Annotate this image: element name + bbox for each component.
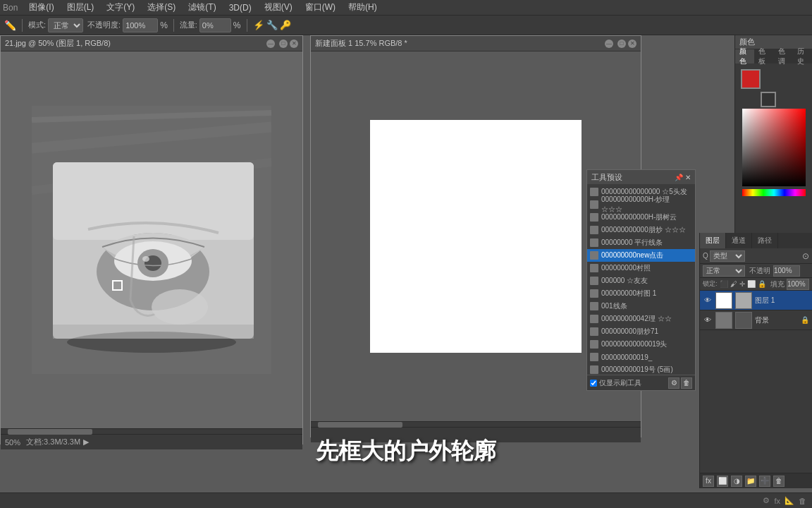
tool-row-6[interactable]: 000000000村照 [587, 262, 695, 274]
foreground-color-swatch[interactable] [741, 69, 761, 89]
layers-tab-channels[interactable]: 通道 [726, 233, 752, 248]
menu-help[interactable]: 帮助(H) [343, 0, 383, 15]
doc1-titlebar[interactable]: 21.jpg @ 50% (图层 1, RGB/8) — □ ✕ [1, 36, 302, 52]
tool-row-7[interactable]: 000000 ☆友友 [587, 274, 695, 287]
opacity-value-input[interactable] [773, 265, 800, 277]
color-tab-swatch[interactable]: 色板 [754, 49, 773, 64]
menu-view[interactable]: 视图(V) [259, 0, 298, 15]
menu-select[interactable]: 选择(S) [142, 0, 181, 15]
tool-row-1[interactable]: 000000000000H-炒理 ☆☆☆ [587, 198, 695, 211]
tools-panel-settings-icon[interactable]: ⚙ [668, 377, 679, 389]
tools-panel-close-icon[interactable]: ✕ [685, 174, 691, 181]
brush-tool-icon[interactable]: ✏️ [4, 20, 16, 31]
layer-adjustment-button[interactable]: ◑ [731, 476, 742, 487]
lock-transparency-icon[interactable]: ⬛ [720, 280, 728, 288]
tool-icon-7 [590, 277, 598, 285]
flow-control: 流量: % [180, 18, 241, 32]
layer-1-visibility-icon[interactable]: 👁 [703, 315, 713, 325]
menu-window[interactable]: 窗口(W) [300, 0, 341, 15]
tool-icon-1 [590, 200, 598, 209]
menu-image[interactable]: 图像(I) [23, 0, 59, 15]
status-icon-2[interactable]: fx [774, 497, 780, 505]
layer-1-name: 背景 [755, 315, 798, 325]
background-color-swatch[interactable] [761, 92, 776, 107]
status-icon-3[interactable]: 📐 [785, 496, 794, 505]
tools-panel-pin-icon[interactable]: 📌 [675, 174, 683, 181]
flow-input[interactable] [199, 18, 231, 32]
subtitle: 先框大的户外轮廓 [316, 436, 496, 467]
layer-delete-button[interactable]: 🗑 [773, 476, 785, 487]
canvas-area[interactable]: 21.jpg @ 50% (图层 1, RGB/8) — □ ✕ [0, 35, 812, 488]
doc2-close-button[interactable]: ✕ [628, 40, 636, 48]
blend-mode-select[interactable]: 正常 [703, 265, 745, 277]
tools-panel-delete-icon[interactable]: 🗑 [681, 377, 692, 389]
layer-1-mask-thumb [735, 312, 752, 329]
color-picker-gradient[interactable] [742, 109, 806, 186]
doc2-titlebar[interactable]: 新建面板 1 15.7% RGB/8 * — □ ✕ [311, 36, 641, 52]
tool-row-12[interactable]: 000000000000019头 [587, 338, 695, 351]
lock-position-icon[interactable]: ✛ [739, 280, 745, 288]
layer-mask-button[interactable]: ⬜ [717, 476, 728, 487]
tools-panel: 工具预设 📌 ✕ 000000000000000 ☆5头发 0000000000… [586, 169, 696, 391]
doc1-maximize-button[interactable]: □ [279, 40, 288, 48]
tool-row-14[interactable]: 000000000019号 (5画) [587, 363, 695, 375]
menu-filter[interactable]: 滤镜(T) [183, 0, 221, 15]
color-tab-history[interactable]: 历史 [793, 49, 812, 64]
status-icon-4[interactable]: 🗑 [799, 497, 806, 505]
tool-row-3[interactable]: 000000000000朋炒 ☆☆☆ [587, 224, 695, 236]
color-tab-tone[interactable]: 色调 [774, 49, 793, 64]
tool-name-6: 000000000村照 [601, 263, 651, 273]
doc1-statusbar: 50% 文档:3.3M/3.3M ▶ [1, 434, 302, 449]
layers-tab-layers[interactable]: 图层 [700, 233, 726, 248]
doc1-hscroll[interactable] [1, 428, 302, 434]
tool-name-4: 00000000 平行线条 [601, 238, 663, 248]
mode-select[interactable]: 正常 [48, 18, 83, 32]
doc1-canvas[interactable] [1, 52, 302, 428]
tool-row-4[interactable]: 00000000 平行线条 [587, 236, 695, 249]
menu-3d[interactable]: 3D(D) [223, 1, 257, 14]
lock-brush-icon[interactable]: 🖌 [730, 280, 737, 288]
opacity-input[interactable] [123, 18, 158, 32]
tool-name-3: 000000000000朋炒 ☆☆☆ [601, 225, 686, 235]
layer-add-button[interactable]: ➕ [759, 476, 770, 487]
tool-row-11[interactable]: 000000000朋炒71 [587, 325, 695, 338]
layers-filter-toggle-icon[interactable]: ⊙ [802, 251, 809, 261]
hue-slider[interactable] [742, 189, 806, 196]
status-bar-right: ⚙ fx 📐 🗑 [763, 496, 806, 505]
layer-group-button[interactable]: 📁 [745, 476, 756, 487]
layer-row-1[interactable]: 👁 背景 🔒 [700, 310, 812, 330]
status-icon-1[interactable]: ⚙ [763, 496, 770, 505]
tool-icon-5 [590, 251, 598, 260]
doc2-hscroll[interactable] [311, 421, 641, 427]
color-panel-label: 颜色 [739, 37, 755, 47]
tool-row-10[interactable]: 000000000042理 ☆☆ [587, 313, 695, 325]
layer-fx-button[interactable]: fx [703, 476, 714, 487]
tool-name-14: 000000000019号 (5画) [601, 365, 673, 375]
tool-row-9[interactable]: 001线条 [587, 300, 695, 313]
tool-row-8[interactable]: 000000000村图 1 [587, 287, 695, 300]
lock-all-icon[interactable]: 🔒 [758, 280, 766, 288]
layers-tab-paths[interactable]: 路径 [752, 233, 778, 248]
layers-tab-layers-label: 图层 [706, 236, 720, 246]
layers-filter-select[interactable]: 类型 [710, 250, 745, 262]
show-brush-checkbox-input[interactable] [590, 380, 597, 387]
menu-text[interactable]: 文字(Y) [101, 0, 140, 15]
tool-name-10: 000000000042理 ☆☆ [601, 314, 672, 324]
tools-panel-titlebar[interactable]: 工具预设 📌 ✕ [587, 170, 695, 184]
show-brush-tools-checkbox[interactable]: 仅显示刷工具 [590, 378, 641, 388]
color-tab-color[interactable]: 颜色 [735, 49, 754, 64]
doc2-minimize-button[interactable]: — [605, 40, 613, 48]
doc1-close-button[interactable]: ✕ [290, 40, 298, 48]
doc2-maximize-button[interactable]: □ [617, 40, 626, 48]
color-panel: 颜色 颜色 色板 色调 历史 [734, 35, 812, 233]
tool-row-13[interactable]: 000000000019_ [587, 351, 695, 363]
fill-label: 填充 [770, 279, 785, 289]
fill-value-input[interactable] [787, 279, 809, 290]
tool-row-5[interactable]: 000000000new点击 [587, 249, 695, 262]
layer-1-lock-icon: 🔒 [801, 316, 809, 324]
layer-0-visibility-icon[interactable]: 👁 [703, 296, 713, 306]
doc1-minimize-button[interactable]: — [266, 40, 275, 48]
layer-row-0[interactable]: 👁 图层 1 [700, 291, 812, 310]
menu-layer[interactable]: 图层(L) [61, 0, 100, 15]
lock-artboard-icon[interactable]: ⬜ [747, 280, 756, 288]
